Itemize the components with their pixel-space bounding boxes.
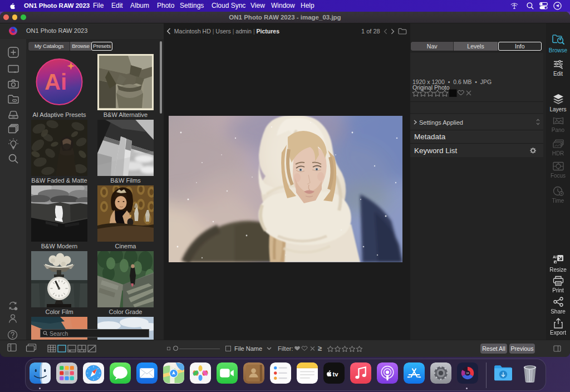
svg-text:tv: tv [332,371,338,378]
svg-text:Ai: Ai [45,70,67,94]
svg-text:04: 04 [466,372,469,375]
svg-text:AI: AI [553,255,557,259]
